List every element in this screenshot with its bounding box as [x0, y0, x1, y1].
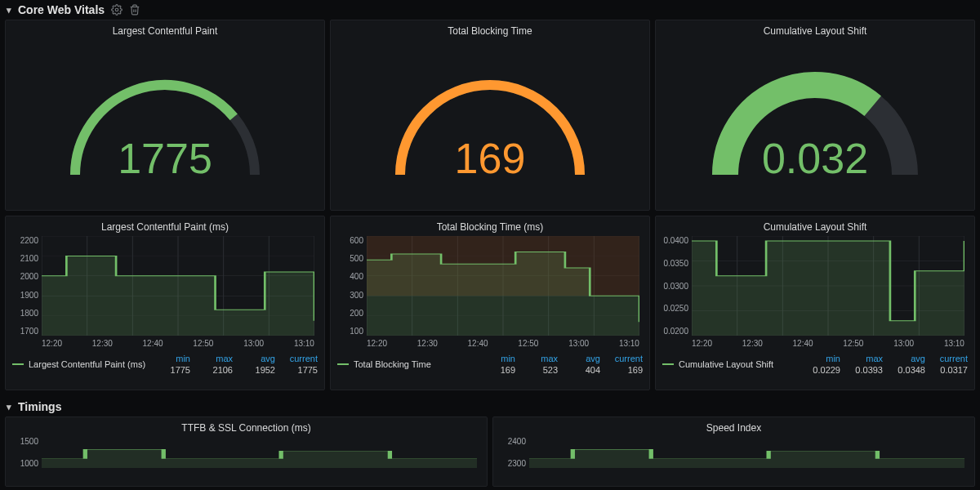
- svg-point-0: [115, 8, 118, 11]
- chart-body: 220021002000190018001700 12:2012:3012:40…: [12, 236, 318, 350]
- gauge-value: 169: [368, 134, 612, 183]
- panel-title: Total Blocking Time: [337, 25, 643, 37]
- chart-legend: Total Blocking Time min169 max523 avg404…: [337, 350, 643, 375]
- gauge-panel-2[interactable]: Cumulative Layout Shift 0.032: [655, 20, 975, 211]
- section-header-timings[interactable]: ▾ Timings: [0, 397, 980, 416]
- chart-legend: Largest Contentful Paint (ms) min1775 ma…: [12, 350, 318, 375]
- chart-panel-1[interactable]: Total Blocking Time (ms) 600500400300200…: [330, 216, 650, 390]
- gauge: 169: [337, 40, 643, 203]
- panel-title: Total Blocking Time (ms): [337, 221, 643, 233]
- panel-title: Largest Contentful Paint: [12, 25, 318, 37]
- legend-dash-icon: [337, 363, 349, 365]
- timings-panel-0[interactable]: TTFB & SSL Connection (ms) 15001000: [5, 416, 488, 487]
- chart-body: 0.04000.03500.03000.02500.0200 12:2012:3…: [662, 236, 968, 350]
- gauge-value: 0.032: [693, 134, 938, 183]
- chart-panel-2[interactable]: Cumulative Layout Shift 0.04000.03500.03…: [655, 216, 975, 390]
- timings-row: TTFB & SSL Connection (ms) 15001000 Spee…: [0, 416, 980, 487]
- legend-dash-icon: [12, 363, 24, 365]
- panel-title: TTFB & SSL Connection (ms): [12, 422, 480, 434]
- gauge: 1775: [12, 40, 318, 203]
- section-title: Timings: [18, 400, 61, 413]
- panel-title: Cumulative Layout Shift: [662, 221, 968, 233]
- chart-body: 600500400300200100 12:2012:3012:4012:501…: [337, 236, 643, 350]
- chart-panel-0[interactable]: Largest Contentful Paint (ms) 2200210020…: [5, 216, 325, 390]
- gear-icon[interactable]: [111, 4, 122, 16]
- gauge: 0.032: [662, 40, 968, 203]
- chevron-down-icon: ▾: [7, 402, 11, 412]
- section-header-cwv[interactable]: ▾ Core Web Vitals: [0, 0, 980, 20]
- cwv-charts-row: Largest Contentful Paint (ms) 2200210020…: [0, 216, 980, 390]
- legend-label: Largest Contentful Paint (ms): [29, 359, 145, 369]
- gauge-value: 1775: [42, 134, 287, 183]
- chart-body: 15001000: [12, 437, 480, 483]
- section-title: Core Web Vitals: [18, 3, 105, 16]
- legend-label: Total Blocking Time: [354, 359, 431, 369]
- panel-title: Largest Contentful Paint (ms): [12, 221, 318, 233]
- timings-panel-1[interactable]: Speed Index 24002300: [492, 416, 975, 487]
- chart-body: 24002300: [500, 437, 968, 483]
- legend-label: Cumulative Layout Shift: [679, 359, 773, 369]
- panel-title: Cumulative Layout Shift: [662, 25, 968, 37]
- legend-dash-icon: [662, 363, 674, 365]
- cwv-gauges-row: Largest Contentful Paint 1775 Total Bloc…: [0, 20, 980, 211]
- panel-title: Speed Index: [500, 422, 968, 434]
- gauge-panel-1[interactable]: Total Blocking Time 169: [330, 20, 650, 211]
- trash-icon[interactable]: [129, 4, 140, 16]
- chart-legend: Cumulative Layout Shift min0.0229 max0.0…: [662, 350, 968, 375]
- chevron-down-icon: ▾: [7, 5, 11, 16]
- gauge-panel-0[interactable]: Largest Contentful Paint 1775: [5, 20, 325, 211]
